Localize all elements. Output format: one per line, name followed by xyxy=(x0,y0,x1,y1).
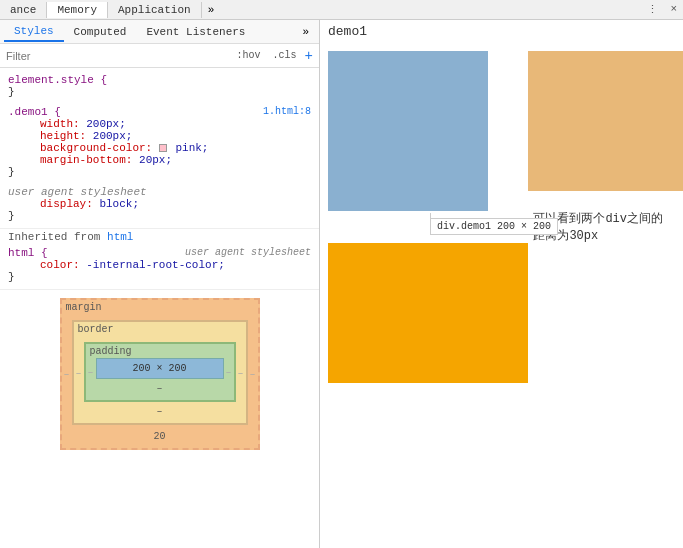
user-agent-close: } xyxy=(8,210,311,222)
inherited-header: Inherited from html xyxy=(0,228,319,245)
demo-blue-box xyxy=(328,51,488,211)
margin-label: margin xyxy=(66,302,102,313)
demo-canvas: div.demo1 200 × 200 可以看到两个div之间的 距离为30px xyxy=(320,43,683,548)
padding-label: padding xyxy=(90,346,132,357)
demo-orange-area xyxy=(528,51,683,191)
demo-yellow-box xyxy=(328,243,528,383)
devtools-close-icon[interactable]: × xyxy=(664,1,683,18)
padding-right: – xyxy=(225,367,231,378)
styles-tabs-more[interactable]: » xyxy=(296,23,315,41)
html-rule-close: } xyxy=(8,271,311,283)
html-rule-header: html { user agent stylesheet xyxy=(8,247,311,259)
demo1-rule-header: .demo1 { 1.html:8 xyxy=(8,106,311,118)
prop-margin-bottom: margin-bottom: 20px; xyxy=(24,154,311,166)
box-model-border: border – – padding – – 200 × 200 – – xyxy=(72,320,248,425)
prop-bg-color: background-color: pink; xyxy=(24,142,311,154)
filter-bar: :hov .cls + xyxy=(0,44,319,68)
hov-button[interactable]: :hov xyxy=(233,48,265,63)
tab-computed[interactable]: Computed xyxy=(64,23,137,41)
css-content: element.style { } .demo1 { 1.html:8 widt… xyxy=(0,68,319,548)
html-rule: html { user agent stylesheet color: -int… xyxy=(0,245,319,285)
filter-input[interactable] xyxy=(6,50,233,62)
prop-display: display: block; xyxy=(24,198,311,210)
prop-width: width: 200px; xyxy=(24,118,311,130)
demo1-rule-close: } xyxy=(8,166,311,178)
left-panel: Styles Computed Event Listeners » :hov .… xyxy=(0,20,320,548)
box-model: margin – – border – – padding – – 200 × … xyxy=(0,289,319,458)
color-swatch-pink[interactable] xyxy=(159,144,167,152)
devtools-top-nav: ance Memory Application » ⋮ × xyxy=(0,0,683,20)
tab-event-listeners[interactable]: Event Listeners xyxy=(136,23,255,41)
top-tabs-more[interactable]: » xyxy=(202,2,221,18)
user-agent-display-rule: user agent stylesheet display: block; } xyxy=(0,184,319,224)
padding-left: – xyxy=(88,367,94,378)
inherited-html-link[interactable]: html xyxy=(107,231,133,243)
tab-application[interactable]: Application xyxy=(108,2,202,18)
cls-button[interactable]: .cls xyxy=(269,48,301,63)
element-style-rule: element.style { } xyxy=(0,72,319,100)
border-left: – xyxy=(76,367,82,378)
devtools-icon-group: ⋮ × xyxy=(641,1,683,18)
user-agent-comment: user agent stylesheet xyxy=(8,186,311,198)
prop-height: height: 200px; xyxy=(24,130,311,142)
demo-page-label: demo1 xyxy=(320,20,683,43)
border-label: border xyxy=(78,324,114,335)
element-tooltip: div.demo1 200 × 200 xyxy=(430,218,558,235)
right-panel: demo1 div.demo1 200 × 200 可以看到两个div之间的 距… xyxy=(320,20,683,548)
tab-styles[interactable]: Styles xyxy=(4,22,64,42)
content-dimensions: 200 × 200 xyxy=(132,363,186,374)
border-right: – xyxy=(237,367,243,378)
margin-bottom-value: 20 xyxy=(68,429,252,442)
demo1-rule: .demo1 { 1.html:8 width: 200px; height: … xyxy=(0,104,319,180)
tab-ance[interactable]: ance xyxy=(0,2,47,18)
styles-sub-tabs: Styles Computed Event Listeners » xyxy=(0,20,319,44)
tab-memory[interactable]: Memory xyxy=(47,2,108,18)
add-style-button[interactable]: + xyxy=(305,48,313,64)
devtools-dots-icon[interactable]: ⋮ xyxy=(641,1,664,18)
element-style-close: } xyxy=(8,86,311,98)
border-bottom-value: – xyxy=(80,406,240,417)
box-model-content: 200 × 200 xyxy=(96,358,224,379)
main-layout: Styles Computed Event Listeners » :hov .… xyxy=(0,20,683,548)
element-style-selector: element.style { xyxy=(8,74,311,86)
box-model-padding: padding – – 200 × 200 – xyxy=(84,342,236,402)
margin-right: – xyxy=(249,369,255,380)
prop-color: color: -internal-root-color; xyxy=(24,259,311,271)
devtools-top-tabs: ance Memory Application xyxy=(0,2,202,18)
margin-left: – xyxy=(64,369,70,380)
filter-buttons: :hov .cls xyxy=(233,48,301,63)
padding-bottom-value: – xyxy=(92,383,228,394)
box-model-margin: margin – – border – – padding – – 200 × … xyxy=(60,298,260,450)
